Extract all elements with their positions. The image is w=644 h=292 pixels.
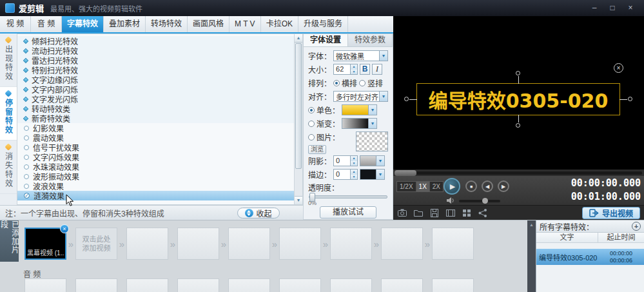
add-subtitle-button[interactable]: + bbox=[632, 222, 641, 231]
empty-video-slot[interactable] bbox=[279, 228, 321, 260]
effect-list-item[interactable]: 文字内部闪烁 bbox=[17, 84, 294, 94]
empty-video-slot[interactable] bbox=[330, 228, 372, 260]
empty-audio-slot[interactable] bbox=[126, 278, 168, 292]
empty-video-slot[interactable] bbox=[228, 228, 270, 260]
shadow-stepper[interactable]: 0 ▲▼ bbox=[333, 155, 358, 166]
dropdown-arrow-icon[interactable]: ▼ bbox=[379, 51, 387, 61]
image-radio[interactable] bbox=[308, 134, 315, 141]
empty-audio-slot[interactable] bbox=[75, 278, 117, 292]
resize-handle-left[interactable] bbox=[404, 97, 409, 101]
rail-disappear-effects[interactable]: 消失特效 bbox=[0, 141, 17, 194]
dropdown-arrow-icon[interactable]: ▼ bbox=[376, 156, 384, 166]
effect-list-item[interactable]: 波形振动效果 bbox=[17, 171, 294, 181]
scroll-up-icon[interactable]: ▲ bbox=[295, 34, 302, 43]
spin-down-icon[interactable]: ▼ bbox=[351, 70, 357, 75]
stroke-color-picker[interactable]: ▼ bbox=[360, 169, 385, 180]
tab-audio[interactable]: 音 频 bbox=[31, 16, 62, 32]
speed-double-button[interactable]: 2X bbox=[430, 182, 443, 191]
rotate-handle-top[interactable] bbox=[516, 71, 520, 75]
gradient-picker[interactable]: ▼ bbox=[342, 118, 377, 129]
opacity-slider[interactable] bbox=[309, 195, 387, 199]
speaker-icon[interactable] bbox=[446, 197, 455, 204]
effect-list-item[interactable]: 幻影效果 bbox=[17, 123, 294, 133]
effect-list-item[interactable]: 文字边缘闪烁 bbox=[17, 75, 294, 84]
seek-thumb[interactable] bbox=[395, 170, 416, 176]
seek-bar[interactable] bbox=[393, 169, 644, 176]
film-icon[interactable] bbox=[445, 208, 456, 218]
save-icon[interactable] bbox=[429, 208, 440, 218]
tab-video[interactable]: 视 频 bbox=[0, 16, 31, 32]
grid-icon[interactable] bbox=[462, 208, 472, 218]
play-button[interactable]: ▶ bbox=[444, 178, 460, 195]
bold-button[interactable]: B bbox=[360, 64, 370, 75]
align-select[interactable]: 多行时左对齐 ▼ bbox=[333, 91, 388, 102]
font-size-stepper[interactable]: 62 ▲▼ bbox=[333, 64, 358, 75]
folder-icon[interactable] bbox=[413, 208, 424, 218]
empty-audio-slot[interactable] bbox=[24, 278, 66, 292]
subtitle-overlay-text[interactable]: 编导特效0305-020 bbox=[417, 84, 620, 115]
stroke-stepper[interactable]: 0 ▲▼ bbox=[333, 169, 358, 180]
dropdown-arrow-icon[interactable]: ▼ bbox=[379, 92, 387, 101]
effect-list-item[interactable]: 雷达扫光特效 bbox=[17, 55, 294, 65]
spin-up-icon[interactable]: ▲ bbox=[351, 64, 357, 70]
empty-audio-slot[interactable] bbox=[279, 278, 321, 292]
italic-button[interactable]: I bbox=[372, 64, 382, 75]
scrollbar-thumb[interactable] bbox=[295, 43, 302, 169]
share-icon[interactable] bbox=[478, 208, 488, 218]
empty-audio-slot[interactable] bbox=[432, 278, 474, 292]
effect-list-item-selected[interactable]: ✓涟漪效果 bbox=[17, 191, 294, 200]
rail-appear-effects[interactable]: 出现特效 bbox=[0, 34, 17, 87]
opacity-slider-thumb[interactable] bbox=[309, 193, 315, 202]
spin-up-icon[interactable]: ▲ bbox=[351, 170, 357, 175]
effect-list-item[interactable]: 水珠滚动效果 bbox=[17, 162, 294, 171]
empty-audio-slot[interactable] bbox=[381, 278, 423, 292]
effect-list-item[interactable]: 信号干扰效果 bbox=[17, 142, 294, 152]
tab-effect-params[interactable]: 特效参数 bbox=[348, 34, 393, 46]
horizontal-radio[interactable] bbox=[333, 80, 340, 86]
empty-audio-slot[interactable] bbox=[330, 278, 372, 292]
empty-video-slot[interactable] bbox=[381, 228, 423, 260]
minimize-button[interactable]: – bbox=[586, 2, 603, 14]
spin-up-icon[interactable]: ▲ bbox=[351, 156, 357, 161]
tab-mtv[interactable]: M T V bbox=[229, 16, 261, 32]
effect-list-item[interactable]: 转动特效类 bbox=[17, 104, 294, 113]
export-video-button[interactable]: 导出视频 bbox=[582, 207, 640, 219]
maximize-button[interactable]: □ bbox=[604, 2, 621, 14]
spin-down-icon[interactable]: ▼ bbox=[351, 175, 357, 180]
resize-handle-right[interactable] bbox=[628, 97, 632, 101]
empty-audio-slot[interactable] bbox=[177, 278, 219, 292]
spin-down-icon[interactable]: ▼ bbox=[351, 161, 357, 166]
effects-scrollbar[interactable]: ▲ ▼ bbox=[294, 34, 302, 204]
empty-video-slot[interactable] bbox=[177, 228, 219, 260]
effect-list-item[interactable]: 文字闪烁效果 bbox=[17, 152, 294, 162]
effect-list-item[interactable]: 新奇特效类 bbox=[17, 113, 294, 123]
empty-video-slot[interactable] bbox=[126, 228, 168, 260]
timeline-panel-scrollbar[interactable]: ▲ bbox=[527, 220, 536, 292]
browse-button[interactable]: 浏览 bbox=[308, 145, 326, 154]
close-button[interactable]: × bbox=[622, 2, 639, 14]
subtitle-row-selected[interactable]: 编导特效0305-020 00:00:00 00:00:06 bbox=[536, 249, 644, 265]
tab-upgrade-service[interactable]: 升级与服务 bbox=[298, 16, 348, 32]
effect-list-item[interactable]: 波浪效果 bbox=[17, 181, 294, 191]
added-clips-tab[interactable]: 已添加片段 bbox=[0, 220, 19, 262]
collapse-button[interactable]: 收起 bbox=[237, 208, 280, 219]
empty-audio-slot[interactable] bbox=[228, 278, 270, 292]
dropdown-arrow-icon[interactable]: ▼ bbox=[368, 105, 376, 115]
volume-thumb[interactable] bbox=[482, 198, 488, 204]
stop-button[interactable]: ■ bbox=[465, 180, 477, 192]
dropdown-arrow-icon[interactable]: ▼ bbox=[376, 170, 384, 179]
effect-list-item[interactable]: 流动扫光特效 bbox=[17, 46, 294, 55]
scroll-up-icon[interactable]: ▲ bbox=[529, 222, 534, 227]
video-canvas[interactable]: 编导特效0305-020 × bbox=[393, 16, 644, 169]
image-texture-swatch[interactable] bbox=[356, 131, 388, 151]
scroll-down-icon[interactable]: ▼ bbox=[295, 196, 302, 204]
effect-list-item[interactable]: 特别扫光特效 bbox=[17, 65, 294, 75]
effect-list-item[interactable]: 震动效果 bbox=[17, 133, 294, 142]
effect-list-item[interactable]: 文字发光闪烁 bbox=[17, 94, 294, 104]
tab-subtitle-effects[interactable]: 字幕特效 bbox=[62, 16, 104, 32]
dropdown-arrow-icon[interactable]: ▼ bbox=[368, 119, 376, 128]
tab-transitions[interactable]: 转场特效 bbox=[146, 16, 188, 32]
font-family-select[interactable]: 微软雅黑 ▼ bbox=[333, 50, 388, 61]
volume-slider[interactable] bbox=[459, 200, 500, 202]
tab-picture-style[interactable]: 画面风格 bbox=[188, 16, 229, 32]
